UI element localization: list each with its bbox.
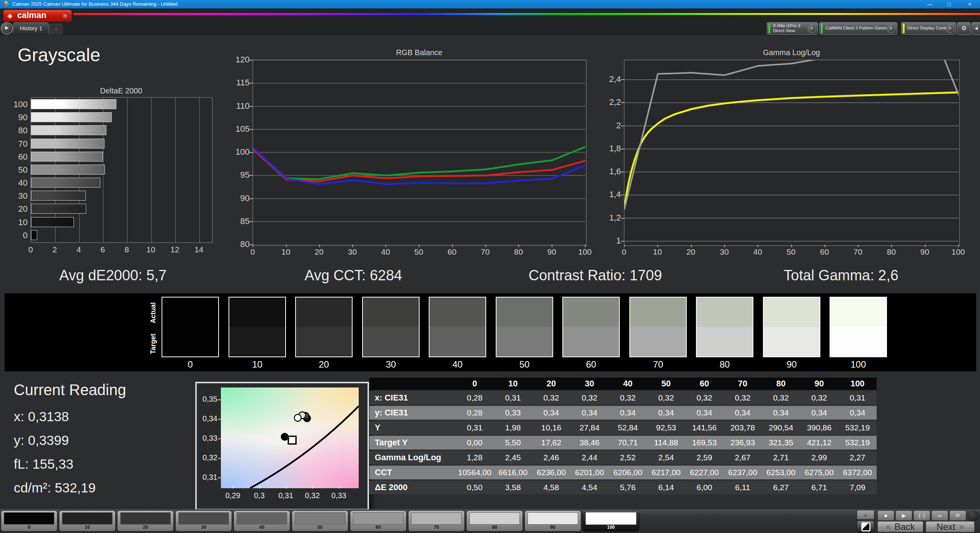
gamma-plot-xtick bbox=[657, 245, 658, 247]
table-cell: 5,50 bbox=[494, 436, 532, 450]
deltae-ytick-label: 50 bbox=[6, 163, 28, 177]
pattern-swatch bbox=[586, 512, 636, 525]
chevron-down-icon[interactable]: ▼ bbox=[887, 25, 895, 33]
table-cell: 10,16 bbox=[532, 421, 570, 435]
rgb-plot-ytick bbox=[250, 60, 253, 60]
pattern-button-80[interactable]: 80 bbox=[466, 510, 523, 531]
gamma-plot-xtick bbox=[825, 245, 825, 247]
refresh-button[interactable]: ⟳ bbox=[949, 510, 966, 521]
rgb-plot-xtick-label: 20 bbox=[311, 247, 328, 257]
table-row: y: CIE310,280,330,340,340,340,340,340,34… bbox=[369, 406, 877, 420]
back-button[interactable]: « Back bbox=[877, 521, 923, 532]
gamma-plot-ytick bbox=[621, 172, 624, 172]
table-cell: 0,34 bbox=[647, 406, 685, 420]
table-cell: 27,84 bbox=[570, 421, 609, 435]
pattern-generator-selector-button[interactable]: CalMAN Client 3 Pattern Generator ▼ bbox=[819, 22, 897, 35]
table-cell: 6,14 bbox=[647, 481, 685, 494]
swatch-target bbox=[630, 327, 686, 356]
table-cell: 0,34 bbox=[570, 406, 609, 420]
settings-gear-button[interactable]: ⚙ bbox=[957, 22, 971, 35]
pattern-window-button[interactable]: [··] bbox=[913, 510, 930, 521]
series-target bbox=[624, 92, 959, 206]
rgb-balance-chart bbox=[253, 60, 586, 246]
pattern-button-100[interactable]: 100 bbox=[583, 510, 639, 531]
collapse-panel-button[interactable]: ◀ bbox=[972, 22, 980, 35]
cie-xtick bbox=[259, 486, 260, 489]
table-row-label: Gamma Log/Log bbox=[369, 451, 456, 464]
pattern-button-10[interactable]: 10 bbox=[59, 510, 116, 531]
rgb-plot-xtick bbox=[585, 245, 586, 247]
contrast-ratio-stat: Contrast Ratio: 1709 bbox=[505, 267, 685, 284]
swatch-level-label: 70 bbox=[629, 359, 687, 370]
pattern-window-toggle-button[interactable] bbox=[857, 520, 874, 532]
swatch-level-label: 90 bbox=[763, 359, 820, 370]
stop-button[interactable]: ■ bbox=[877, 510, 894, 521]
expand-up-button[interactable]: ▲ bbox=[857, 510, 874, 520]
add-tab-button[interactable]: + bbox=[49, 24, 63, 34]
gamma-plot-xtick-label: 10 bbox=[649, 247, 666, 257]
pattern-label: 80 bbox=[467, 525, 523, 530]
tab-history-1[interactable]: History 1 bbox=[13, 22, 49, 34]
reading-x: x: 0,3138 bbox=[14, 409, 69, 424]
grayscale-swatch bbox=[830, 297, 887, 357]
table-column-header: 90 bbox=[800, 378, 838, 390]
table-column-header: 20 bbox=[532, 378, 570, 390]
pattern-swatch bbox=[237, 512, 287, 525]
table-cell: 6,27 bbox=[762, 481, 800, 494]
pattern-button-70[interactable]: 70 bbox=[408, 510, 465, 531]
pattern-button-40[interactable]: 40 bbox=[234, 510, 290, 531]
table-cell: 7,09 bbox=[838, 481, 877, 494]
table-cell: 2,45 bbox=[494, 451, 532, 464]
deltae-ytick-label: 70 bbox=[6, 137, 28, 150]
table-cell: 1,98 bbox=[494, 421, 532, 435]
table-column-header: 30 bbox=[570, 378, 609, 390]
chevron-down-icon[interactable]: ▼ bbox=[946, 25, 954, 33]
deltae-ytick-label: 10 bbox=[6, 216, 28, 229]
rgb-plot-ytick bbox=[250, 83, 253, 83]
table-cell: 6616,00 bbox=[494, 466, 532, 479]
maximize-button[interactable]: □ bbox=[941, 0, 957, 8]
pattern-button-60[interactable]: 60 bbox=[350, 510, 407, 531]
gamma-plot-ytick-label: 1,4 bbox=[599, 190, 621, 199]
play-button[interactable]: ▶ bbox=[895, 510, 912, 521]
app-icon bbox=[2, 0, 9, 7]
table-cell: 6275,00 bbox=[800, 466, 838, 479]
cie-chart-area bbox=[221, 387, 359, 488]
continuous-button[interactable]: ∞ bbox=[931, 510, 948, 521]
table-cell: 4,54 bbox=[570, 481, 609, 494]
pattern-button-50[interactable]: 50 bbox=[292, 510, 348, 531]
rgb-plot-xtick bbox=[518, 245, 519, 247]
table-cell: 92,53 bbox=[647, 421, 685, 435]
gamma-plot-ytick bbox=[621, 102, 624, 103]
gamma-plot-xtick-label: 70 bbox=[849, 247, 866, 257]
table-cell: 532,19 bbox=[838, 421, 877, 435]
next-button[interactable]: Next » bbox=[926, 521, 975, 532]
rgb-plot-ytick-label: 85 bbox=[228, 216, 250, 226]
display-control-selector-button[interactable]: Direct Display Control ▼ bbox=[901, 22, 956, 35]
swatch-level-label: 100 bbox=[830, 359, 887, 370]
calman-menu-button[interactable]: ◈ calman ▼ bbox=[3, 10, 72, 22]
rgb-plot-ytick bbox=[250, 152, 253, 153]
pattern-button-30[interactable]: 30 bbox=[175, 510, 232, 531]
table-row-label: Y bbox=[369, 421, 456, 435]
rgb-plot-xtick bbox=[452, 245, 453, 247]
swatch-actual bbox=[162, 298, 218, 327]
close-button[interactable]: × bbox=[962, 0, 978, 8]
avg-cct-stat: Avg CCT: 6284 bbox=[263, 267, 443, 284]
panel-expander-button[interactable]: ▶ bbox=[1, 22, 13, 34]
pattern-button-20[interactable]: 20 bbox=[117, 510, 174, 531]
pattern-button-0[interactable]: 0 bbox=[1, 510, 57, 531]
rgb-plot-xtick-label: 90 bbox=[543, 247, 560, 257]
table-cell: 10564,00 bbox=[456, 466, 494, 479]
chevron-down-icon[interactable]: ▼ bbox=[808, 25, 816, 33]
gamma-plot-xtick-label: 50 bbox=[783, 247, 800, 257]
meter-selector-button[interactable]: X-Rite i1Pro 3 Direct View ▼ bbox=[767, 22, 818, 35]
table-cell: 70,71 bbox=[609, 436, 647, 450]
grayscale-swatch-strip: ActualTarget0102030405060708090100 bbox=[5, 293, 976, 371]
table-cell: 2,54 bbox=[647, 451, 685, 464]
gamma-plot-xtick-label: 60 bbox=[816, 247, 833, 257]
swatch-level-label: 40 bbox=[429, 359, 486, 370]
cie-ytick-label: 0,31 bbox=[198, 473, 217, 482]
pattern-button-90[interactable]: 90 bbox=[524, 510, 581, 531]
minimize-button[interactable]: — bbox=[922, 0, 938, 8]
